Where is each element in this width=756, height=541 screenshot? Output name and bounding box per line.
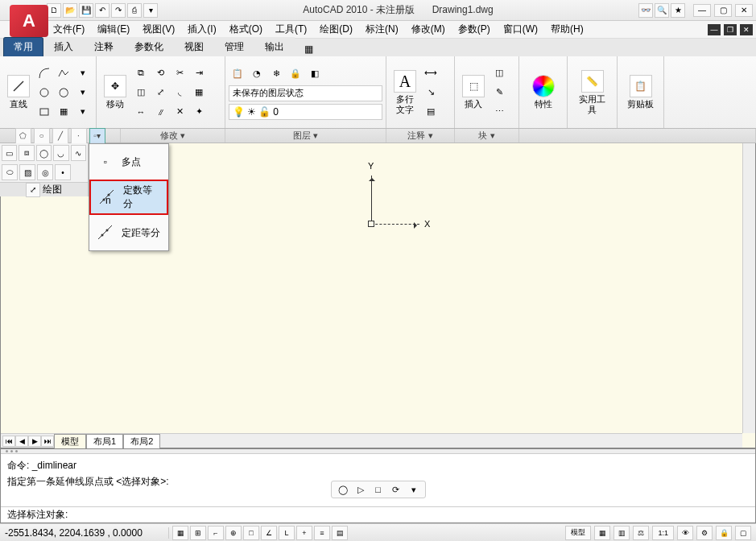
layer-color-button[interactable]: ◧ — [306, 65, 324, 83]
explode-button[interactable]: ✦ — [190, 103, 208, 121]
table-button[interactable]: ▤ — [422, 103, 440, 121]
menu-draw[interactable]: 绘图(D) — [313, 21, 359, 38]
menu-edit[interactable]: 编辑(E) — [91, 21, 136, 38]
lp-arc-icon[interactable]: ◡ — [53, 145, 68, 161]
menu-measure[interactable]: 定距等分 — [89, 215, 168, 250]
scale-button[interactable]: ⤢ — [151, 84, 169, 101]
ribbon-tab-insert[interactable]: 插入 — [43, 37, 84, 56]
lp-spline-icon[interactable]: ∿ — [71, 145, 86, 161]
block-attr-button[interactable]: ⋯ — [490, 103, 508, 121]
linear-dim-button[interactable]: ⟷ — [422, 64, 440, 82]
tab-layout2[interactable]: 布局2 — [123, 434, 160, 448]
lp-ellipse-icon[interactable]: ⬭ — [2, 164, 18, 180]
tab-last-button[interactable]: ⏭ — [41, 436, 54, 447]
menu-divide[interactable]: n 定数等分 — [89, 180, 168, 215]
offset-button[interactable]: ⫽ — [151, 103, 169, 121]
lp-circle-icon[interactable]: ◯ — [36, 145, 52, 161]
layer-states-button[interactable]: ◔ — [248, 65, 266, 83]
clean-screen-icon[interactable]: ▢ — [735, 526, 751, 540]
fillet-button[interactable]: ◟ — [171, 84, 188, 101]
toolbar-lock-icon[interactable]: 🔒 — [716, 526, 732, 540]
mdi-minimize-button[interactable]: — — [708, 24, 721, 35]
move-button[interactable]: ✥ 移动 — [100, 70, 130, 115]
mtext-button[interactable]: A 多行 文字 — [390, 70, 420, 115]
tab-prev-button[interactable]: ◀ — [15, 436, 28, 447]
status-coordinates[interactable]: -2551.8434, 2204.1639 , 0.0000 — [0, 527, 169, 539]
utilities-button[interactable]: 📏 实用工具 — [577, 70, 608, 115]
qat-new-button[interactable]: 🗋 — [47, 3, 61, 18]
misc-draw3-button[interactable]: ▾ — [74, 103, 92, 121]
edit-block-button[interactable]: ✎ — [490, 84, 508, 101]
tab-layout1[interactable]: 布局1 — [86, 434, 123, 448]
lwt-toggle[interactable]: ≡ — [314, 526, 330, 540]
extend-button[interactable]: ⇥ — [190, 64, 208, 82]
nav-play-icon[interactable]: ▷ — [354, 483, 367, 496]
palette-pin-icon[interactable]: ⤢ — [26, 183, 40, 197]
nav-stop-icon[interactable]: □ — [372, 483, 385, 496]
command-window[interactable]: 命令: _dimlinear 指定第一条延伸线原点或 <选择对象>: 选择标注对… — [0, 448, 756, 523]
layer-properties-button[interactable]: 📋 — [229, 65, 246, 83]
block-expand[interactable]: 块 ▾ — [455, 129, 519, 142]
ribbon-tab-manage[interactable]: 管理 — [214, 37, 254, 56]
polyline-button[interactable] — [55, 64, 72, 82]
binoculars-icon[interactable]: 👓 — [638, 3, 653, 18]
nav-circle-icon[interactable]: ◯ — [337, 483, 349, 496]
vertical-scrollbar[interactable] — [742, 143, 755, 433]
properties-button[interactable]: 特性 — [528, 70, 559, 115]
scale-button[interactable]: 1:1 — [652, 526, 674, 540]
layer-lock-button[interactable]: 🔒 — [287, 65, 304, 83]
tab-model[interactable]: 模型 — [54, 434, 86, 448]
stretch-button[interactable]: ↔ — [132, 103, 150, 121]
ribbon-tab-view[interactable]: 视图 — [174, 37, 214, 56]
quickview-layouts-icon[interactable]: ▦ — [594, 526, 610, 540]
lp-hatch-icon[interactable]: ▨ — [19, 164, 35, 180]
qat-dropdown-button[interactable]: ▾ — [143, 3, 158, 18]
misc-draw2-button[interactable]: ▾ — [74, 84, 92, 101]
model-space-button[interactable]: 模型 — [565, 526, 591, 540]
search-icon[interactable]: 🔍 — [655, 3, 669, 18]
qat-print-button[interactable]: ⎙ — [127, 3, 142, 18]
point-dropdown-icon[interactable]: ▫▾ — [89, 128, 105, 144]
ducs-toggle[interactable]: L — [279, 526, 295, 540]
menu-help[interactable]: 帮助(H) — [544, 21, 590, 38]
create-block-button[interactable]: ◫ — [490, 64, 508, 82]
polar-toggle[interactable]: ⊕ — [225, 526, 242, 540]
leader-button[interactable]: ↘ — [422, 84, 440, 101]
ribbon-tab-annotate[interactable]: 注释 — [84, 37, 124, 56]
menu-tools[interactable]: 工具(T) — [269, 21, 313, 38]
maximize-button[interactable]: ▢ — [714, 4, 732, 17]
workspace-switch-icon[interactable]: ⚙ — [696, 526, 713, 540]
clipboard-button[interactable]: 📋 剪贴板 — [626, 70, 656, 115]
grid-toggle[interactable]: ⊞ — [190, 526, 206, 540]
command-input[interactable]: 选择标注对象: — [1, 506, 755, 522]
favorites-icon[interactable]: ★ — [671, 3, 685, 18]
copy-button[interactable]: ⧉ — [132, 64, 150, 82]
osnap-toggle[interactable]: □ — [243, 526, 259, 540]
annotation-visibility-icon[interactable]: 👁 — [677, 526, 693, 540]
mdi-restore-button[interactable]: ❐ — [724, 24, 737, 35]
qat-save-button[interactable]: 💾 — [79, 3, 93, 18]
insert-block-button[interactable]: ⬚ 插入 — [458, 70, 489, 115]
menu-file[interactable]: 文件(F) — [47, 21, 91, 38]
draw-expand[interactable]: ⬠ ○ ╱ · ▫▾ — [0, 129, 121, 142]
layer-current-dropdown[interactable]: 💡 ☀ 🔓 0 — [229, 104, 382, 120]
tab-next-button[interactable]: ▶ — [28, 436, 41, 447]
line-button[interactable]: 直线 — [3, 70, 34, 115]
nav-refresh-icon[interactable]: ⟳ — [390, 483, 403, 496]
ribbon-tab-extra-icon[interactable]: ▦ — [301, 42, 316, 56]
rotate-button[interactable]: ⟲ — [151, 64, 169, 82]
menu-format[interactable]: 格式(O) — [223, 21, 269, 38]
qat-redo-button[interactable]: ↷ — [111, 3, 126, 18]
mdi-close-button[interactable]: ✕ — [740, 24, 753, 35]
menu-multi-point[interactable]: ▫ 多点 — [89, 144, 168, 180]
ortho-toggle[interactable]: ⌐ — [208, 526, 224, 540]
hatch-button[interactable]: ▦ — [55, 103, 72, 121]
trim-button[interactable]: ✂ — [171, 64, 188, 82]
lp-crop-icon[interactable]: ⧈ — [19, 145, 34, 161]
quickview-drawings-icon[interactable]: ▥ — [613, 526, 630, 540]
qp-toggle[interactable]: ▤ — [332, 526, 348, 540]
lp-donut-icon[interactable]: ◎ — [37, 164, 53, 180]
close-button[interactable]: ✕ — [735, 4, 753, 17]
snap-toggle[interactable]: ▦ — [172, 526, 188, 540]
menu-modify[interactable]: 修改(M) — [405, 21, 452, 38]
